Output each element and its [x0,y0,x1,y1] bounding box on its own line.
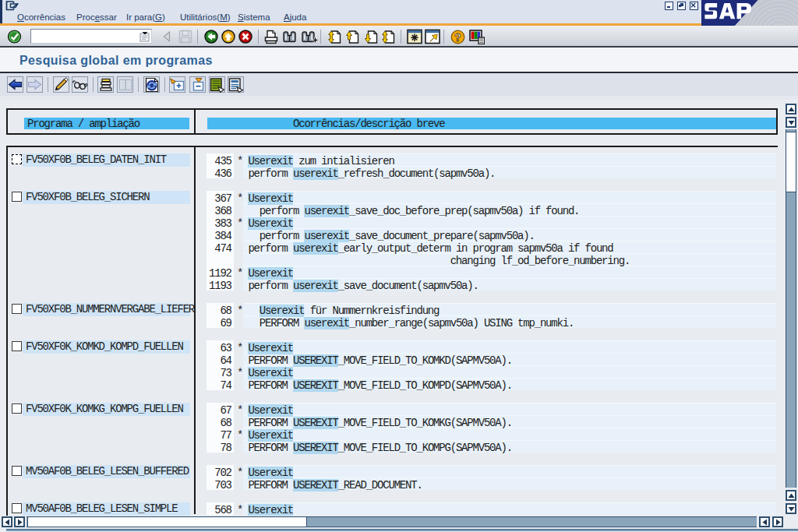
svg-text:?: ? [454,31,461,44]
